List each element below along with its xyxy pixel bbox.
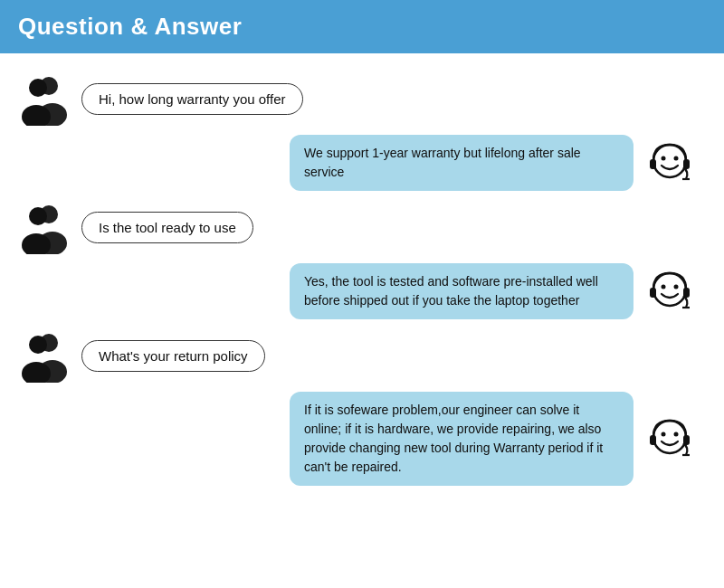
agent-message-3: If it is sofeware problem,our engineer c… xyxy=(18,392,706,486)
agent-icon-3 xyxy=(643,412,697,466)
user-message-2: Is the tool ready to use xyxy=(18,200,706,254)
svg-point-6 xyxy=(674,156,679,161)
user-icon-3 xyxy=(18,328,72,383)
user-message-3: What's your return policy xyxy=(18,328,706,383)
page-header: Question & Answer xyxy=(0,0,724,53)
svg-rect-7 xyxy=(650,159,656,169)
user-icon-1 xyxy=(18,71,72,126)
user-bubble-1: Hi, how long warranty you offer xyxy=(81,83,303,115)
svg-rect-27 xyxy=(650,435,656,445)
user-bubble-3: What's your return policy xyxy=(81,340,265,372)
agent-icon-2 xyxy=(643,264,697,318)
svg-point-2 xyxy=(29,79,47,97)
svg-point-5 xyxy=(662,156,666,161)
agent-message-1: We support 1-year warranty but lifelong … xyxy=(18,135,706,191)
user-bubble-2: Is the tool ready to use xyxy=(81,212,253,243)
svg-point-22 xyxy=(29,336,47,354)
agent-message-2: Yes, the tool is tested and software pre… xyxy=(18,263,706,319)
agent-icon-1 xyxy=(643,136,697,190)
chat-container: Hi, how long warranty you offer We suppo… xyxy=(0,62,724,495)
agent-bubble-1: We support 1-year warranty but lifelong … xyxy=(290,135,634,191)
page-title: Question & Answer xyxy=(18,13,706,41)
agent-bubble-2: Yes, the tool is tested and software pre… xyxy=(290,263,634,319)
svg-point-12 xyxy=(29,207,47,225)
user-message-1: Hi, how long warranty you offer xyxy=(18,71,706,126)
svg-point-16 xyxy=(674,285,679,289)
user-icon-2 xyxy=(18,200,72,254)
svg-point-26 xyxy=(674,432,679,437)
svg-point-15 xyxy=(662,285,666,289)
agent-bubble-3: If it is sofeware problem,our engineer c… xyxy=(290,392,634,486)
svg-rect-17 xyxy=(650,288,656,298)
svg-point-25 xyxy=(662,432,666,437)
